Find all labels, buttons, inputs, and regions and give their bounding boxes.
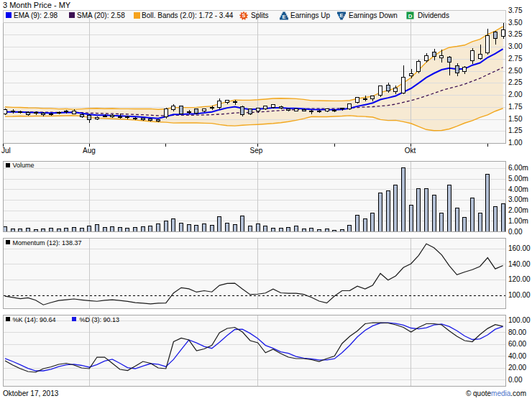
volume-bar — [241, 216, 244, 231]
volume-bar — [502, 203, 505, 231]
volume-bar — [440, 213, 444, 231]
splits-icon: S — [239, 11, 248, 20]
volume-bar — [356, 216, 359, 232]
candle-body — [65, 111, 68, 112]
volume-bar — [172, 219, 175, 232]
legend-dividends-label: Dividends — [418, 11, 449, 20]
svg-text:E: E — [339, 12, 343, 19]
candle-body — [280, 107, 283, 109]
stochastic-axis-label: 40.00 — [508, 353, 526, 360]
volume-bar — [149, 226, 152, 232]
pctd-swatch-icon — [72, 317, 76, 321]
volume-bar — [417, 188, 421, 231]
volume-bar — [433, 195, 436, 231]
candle-body — [81, 114, 84, 116]
volume-bar — [387, 190, 390, 231]
volume-bar — [165, 221, 168, 232]
volume-bar — [65, 229, 68, 232]
volume-panel-label: Volume — [13, 162, 35, 170]
earnings-up-icon: E — [280, 11, 288, 20]
momentum-axis-label: 100.00 — [508, 292, 531, 299]
volume-axis-label: 3.00m — [508, 196, 528, 203]
volume-bar — [448, 185, 451, 232]
pctd-panel-label: %D (3): 90.13 — [80, 316, 120, 324]
candle-body — [394, 88, 398, 92]
candle-body — [234, 101, 237, 102]
volume-bar — [456, 208, 459, 232]
boll-bands-swatch-icon — [134, 12, 140, 19]
volume-bar — [12, 229, 15, 232]
candle-body — [73, 111, 76, 114]
candle-body — [318, 111, 321, 111]
candle-body — [348, 104, 352, 109]
earnings-down-icon: E — [337, 11, 346, 20]
volume-bar — [96, 225, 99, 232]
candle-body — [126, 117, 129, 118]
volume-bar — [226, 223, 229, 232]
volume-bar — [494, 206, 497, 231]
price-axis-label: 3.25 — [508, 31, 522, 38]
volume-bar — [249, 226, 252, 232]
price-axis-label: 1.00 — [508, 139, 522, 147]
volume-axis-label: 4.00m — [508, 186, 528, 193]
volume-bar — [81, 229, 84, 232]
volume-bar — [264, 226, 267, 232]
volume-bar — [157, 224, 160, 232]
candle-body — [111, 116, 114, 117]
volume-bar — [463, 217, 467, 231]
candle-body — [502, 30, 505, 37]
candle-body — [479, 54, 482, 58]
chart-plot-canvas — [0, 0, 532, 401]
stochastic-axis-label: 80.00 — [508, 329, 526, 336]
candle-body — [203, 109, 206, 111]
candle-body — [104, 116, 107, 116]
footer-credit-suffix: .com — [510, 390, 526, 397]
stochastic-axis-label: 0.00 — [508, 377, 522, 384]
volume-bar — [310, 228, 313, 231]
candle-body — [387, 86, 390, 91]
candle-body — [88, 115, 91, 120]
candle-body — [226, 101, 229, 103]
candle-body — [410, 73, 413, 75]
legend-sma-label: SMA (20): 2.58 — [77, 11, 125, 20]
volume-bar — [73, 228, 76, 232]
candle-body — [165, 109, 168, 117]
candle-body — [371, 96, 375, 99]
price-axis-label: 3.50 — [508, 19, 522, 27]
month-label-okt: Okt — [389, 147, 432, 155]
dividends-icon: D — [406, 11, 414, 19]
candle-body — [35, 113, 38, 114]
candle-body — [264, 106, 267, 109]
candle-body — [356, 98, 359, 103]
volume-bar — [425, 188, 428, 231]
volume-bar — [371, 213, 375, 231]
volume-bar — [234, 225, 237, 232]
volume-bar — [211, 226, 214, 232]
candle-body — [402, 77, 405, 93]
price-axis-label: 2.25 — [508, 79, 522, 86]
volume-bar — [280, 228, 283, 231]
momentum-axis-label: 120.00 — [508, 276, 531, 283]
candle-body — [96, 117, 99, 119]
footer-credit: © quotemedia.com — [466, 390, 526, 398]
month-label-sep: Sep — [235, 147, 278, 155]
volume-axis-label: 2.00m — [508, 207, 528, 214]
volume-bar — [379, 193, 382, 231]
volume-axis-label: 6.00m — [508, 165, 528, 172]
sma-swatch-icon — [69, 12, 75, 18]
candle-body — [249, 109, 252, 114]
candle-body — [211, 108, 214, 109]
volume-bar — [402, 168, 405, 232]
ema-swatch-icon — [6, 12, 12, 18]
volume-bar — [257, 224, 260, 232]
candle-body — [241, 107, 244, 115]
momentum-panel-label: Momentum (12): 138.37 — [13, 239, 82, 247]
candle-body — [425, 55, 428, 60]
legend-splits-label: Splits — [251, 11, 268, 20]
price-axis-label: 1.75 — [508, 103, 522, 111]
candle-body — [272, 105, 275, 107]
volume-bar — [180, 223, 183, 232]
month-label-jul: Jul — [1, 147, 11, 155]
candle-body — [326, 109, 329, 111]
momentum-swatch-icon — [6, 240, 10, 244]
